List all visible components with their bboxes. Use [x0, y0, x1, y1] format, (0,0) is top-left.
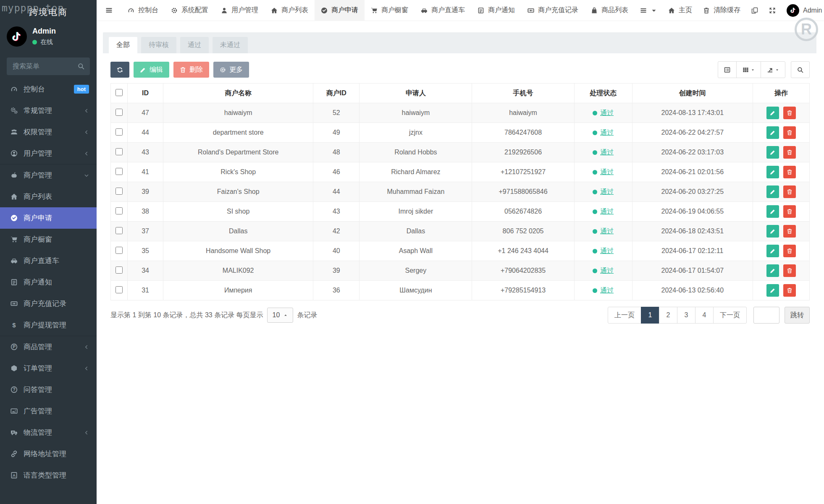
- sidebar-item-orders[interactable]: 订单管理: [0, 358, 97, 379]
- row-checkbox[interactable]: [115, 286, 123, 293]
- page-jump-button[interactable]: 跳转: [785, 307, 810, 324]
- tab-approved[interactable]: 通过: [180, 37, 209, 53]
- row-checkbox[interactable]: [115, 188, 123, 195]
- tab-pending[interactable]: 待审核: [141, 37, 176, 53]
- refresh-button[interactable]: [110, 62, 129, 78]
- avatar[interactable]: [7, 26, 27, 47]
- row-checkbox[interactable]: [115, 227, 123, 234]
- nav-language-switch-button[interactable]: [746, 0, 764, 21]
- more-button[interactable]: 更多: [213, 62, 249, 78]
- detail-view-button[interactable]: [718, 61, 737, 78]
- row-delete-button[interactable]: [783, 107, 796, 119]
- export-dropdown-button[interactable]: [761, 61, 785, 78]
- status-link[interactable]: 通过: [600, 267, 614, 274]
- trash-icon: [703, 7, 710, 14]
- row-edit-button[interactable]: [766, 126, 779, 139]
- select-all-checkbox[interactable]: [115, 89, 123, 96]
- columns-dropdown-button[interactable]: [736, 61, 761, 78]
- row-delete-button[interactable]: [783, 284, 796, 297]
- nav-tab-dashboard[interactable]: 控制台: [121, 0, 165, 21]
- row-edit-button[interactable]: [766, 225, 779, 238]
- status-link[interactable]: 通过: [600, 287, 614, 294]
- row-edit-button[interactable]: [766, 205, 779, 218]
- row-checkbox[interactable]: [115, 148, 123, 155]
- row-edit-button[interactable]: [766, 166, 779, 178]
- sidebar-item-ads[interactable]: 广告管理: [0, 400, 97, 422]
- sidebar-item-qa[interactable]: 问答管理: [0, 379, 97, 400]
- row-edit-button[interactable]: [766, 284, 779, 297]
- row-delete-button[interactable]: [783, 146, 796, 159]
- page-jump-input[interactable]: [753, 307, 779, 324]
- sidebar-item-users[interactable]: 用户管理: [0, 143, 97, 164]
- row-edit-button[interactable]: [766, 185, 779, 198]
- nav-tab-merchant-express[interactable]: 商户直通车: [415, 0, 471, 21]
- row-checkbox[interactable]: [115, 109, 123, 116]
- page-button-4[interactable]: 4: [695, 307, 714, 324]
- nav-tab-merchant-showcase[interactable]: 商户橱窗: [365, 0, 415, 21]
- row-checkbox[interactable]: [115, 247, 123, 254]
- page-size-dropdown[interactable]: 10: [267, 308, 294, 323]
- row-checkbox[interactable]: [115, 266, 123, 274]
- row-delete-button[interactable]: [783, 225, 796, 238]
- status-link[interactable]: 通过: [600, 188, 614, 195]
- page-button-3[interactable]: 3: [677, 307, 695, 324]
- sidebar-item-merchant-management[interactable]: 商户管理: [0, 165, 97, 186]
- tab-rejected[interactable]: 未通过: [213, 37, 248, 53]
- row-checkbox[interactable]: [115, 207, 123, 214]
- nav-menu-dropdown[interactable]: [635, 0, 663, 21]
- row-edit-button[interactable]: [766, 264, 779, 277]
- row-edit-button[interactable]: [766, 146, 779, 159]
- status-link[interactable]: 通过: [600, 129, 614, 136]
- sidebar-item-general[interactable]: 常规管理: [0, 100, 97, 121]
- row-edit-button[interactable]: [766, 107, 779, 119]
- sidebar-item-merchant-showcase[interactable]: 商户橱窗: [0, 229, 97, 250]
- sidebar-item-language-type[interactable]: 语言类型管理: [0, 465, 97, 486]
- row-delete-button[interactable]: [783, 264, 796, 277]
- nav-clear-cache-button[interactable]: 清除缓存: [698, 0, 746, 21]
- sidebar-item-network-address[interactable]: 网络地址管理: [0, 443, 97, 465]
- nav-tab-system-config[interactable]: 系统配置: [165, 0, 215, 21]
- row-delete-button[interactable]: [783, 245, 796, 257]
- row-checkbox[interactable]: [115, 168, 123, 175]
- sidebar-item-merchant-recharge[interactable]: 商户充值记录: [0, 293, 97, 314]
- nav-tab-merchant-list[interactable]: 商户列表: [265, 0, 315, 21]
- sidebar-item-products[interactable]: 商品管理: [0, 336, 97, 358]
- sidebar-item-merchant-application[interactable]: 商户申请: [0, 207, 97, 229]
- status-link[interactable]: 通过: [600, 168, 614, 175]
- sidebar-item-logistics[interactable]: 物流管理: [0, 422, 97, 443]
- sidebar-item-dashboard[interactable]: 控制台 hot: [0, 78, 97, 100]
- sidebar-item-permissions[interactable]: 权限管理: [0, 121, 97, 143]
- nav-tab-merchant-notice[interactable]: 商户通知: [471, 0, 521, 21]
- prev-page-button[interactable]: 上一页: [608, 307, 641, 324]
- sidebar-toggle-button[interactable]: [97, 0, 121, 21]
- nav-home-button[interactable]: 主页: [663, 0, 698, 21]
- sidebar-item-merchant-notice[interactable]: 商户通知: [0, 272, 97, 293]
- next-page-button[interactable]: 下一页: [713, 307, 747, 324]
- row-delete-button[interactable]: [783, 126, 796, 139]
- status-link[interactable]: 通过: [600, 208, 614, 215]
- nav-tab-product-list[interactable]: 商品列表: [585, 0, 635, 21]
- delete-button[interactable]: 删除: [173, 62, 209, 78]
- sidebar-item-merchant-express[interactable]: 商户直通车: [0, 250, 97, 272]
- edit-button[interactable]: 编辑: [134, 62, 169, 78]
- status-link[interactable]: 通过: [600, 247, 614, 254]
- tab-all[interactable]: 全部: [109, 37, 137, 53]
- nav-tab-user-management[interactable]: 用户管理: [215, 0, 265, 21]
- nav-tab-merchant-application[interactable]: 商户申请: [315, 0, 365, 21]
- page-button-1[interactable]: 1: [641, 307, 659, 324]
- row-delete-button[interactable]: [783, 185, 796, 198]
- nav-fullscreen-button[interactable]: [764, 0, 781, 21]
- row-checkbox[interactable]: [115, 128, 123, 136]
- nav-tab-merchant-recharge[interactable]: 商户充值记录: [521, 0, 585, 21]
- page-button-2[interactable]: 2: [659, 307, 677, 324]
- status-link[interactable]: 通过: [600, 149, 614, 156]
- status-link[interactable]: 通过: [600, 109, 614, 116]
- search-toggle-button[interactable]: [791, 61, 810, 78]
- row-delete-button[interactable]: [783, 205, 796, 218]
- row-edit-button[interactable]: [766, 245, 779, 257]
- sidebar-item-merchant-withdraw[interactable]: 商户提现管理: [0, 314, 97, 336]
- sidebar-item-merchant-list[interactable]: 商户列表: [0, 186, 97, 207]
- row-delete-button[interactable]: [783, 166, 796, 178]
- status-link[interactable]: 通过: [600, 227, 614, 235]
- nav-user-menu[interactable]: Admin: [781, 0, 824, 21]
